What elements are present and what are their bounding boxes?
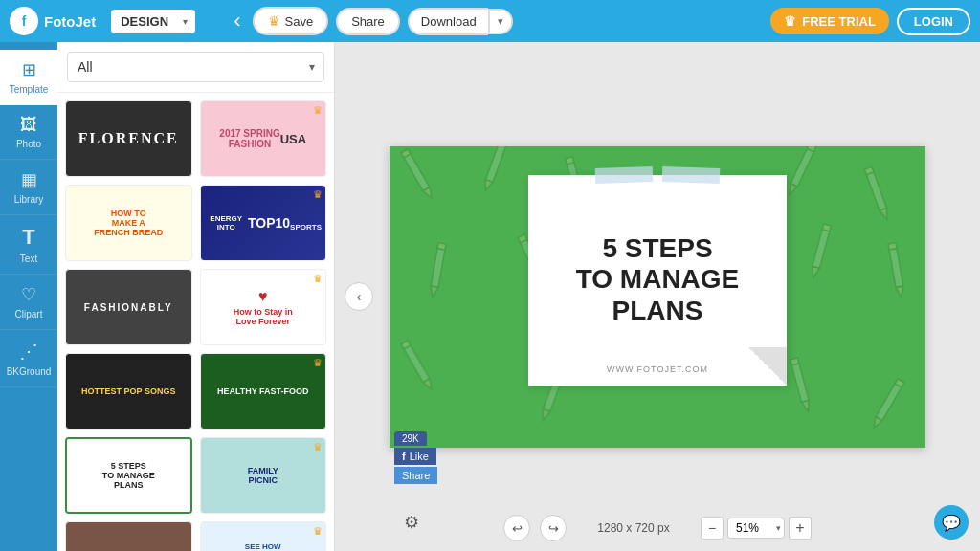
logo-icon: f [10, 7, 38, 35]
download-btn-wrapper: Download ▾ [408, 8, 513, 35]
sidebar-label-clipart: Clipart [15, 309, 43, 320]
template-card[interactable]: ♥ How to Stay inLove Forever ♛ [200, 269, 327, 345]
template-card[interactable]: HEALTHY FAST-FOOD ♛ [200, 353, 327, 430]
svg-rect-8 [566, 156, 574, 164]
template-card[interactable]: ENERGY INTOTOP10SPORTS ♛ [200, 185, 327, 261]
free-trial-button[interactable]: ♛ FREE TRIAL [770, 8, 889, 34]
template-card[interactable]: FASHIONABLY [65, 269, 192, 345]
template-card[interactable]: 2017 SPRINGFASHIONUSA ♛ [200, 100, 327, 177]
photo-icon: 🖼 [20, 115, 37, 135]
sidebar-item-library[interactable]: ▦ Library [0, 160, 57, 215]
sidebar-label-library: Library [14, 194, 44, 205]
template-icon: ⊞ [22, 59, 36, 80]
bottom-toolbar: ↩ ↪ 1280 x 720 px − 51% 25% 50% 75% 100%… [503, 515, 812, 541]
template-card[interactable]: FLORENCE [65, 100, 192, 177]
sidebar-item-template[interactable]: ⊞ Template [0, 50, 57, 105]
chat-icon[interactable]: 💬 [934, 505, 969, 540]
svg-marker-34 [802, 400, 813, 412]
share-button[interactable]: Share [336, 8, 400, 35]
crown-badge-icon: ♛ [313, 441, 323, 453]
svg-marker-16 [429, 286, 438, 298]
svg-rect-26 [888, 242, 897, 249]
filter-bar: All Blog Header YouTube Thumbnail Social… [57, 42, 334, 93]
svg-rect-36 [876, 382, 902, 420]
svg-marker-25 [896, 286, 905, 298]
text-icon: T [22, 225, 34, 250]
filter-select[interactable]: All Blog Header YouTube Thumbnail Social… [67, 52, 324, 82]
canvas-title[interactable]: 5 STEPS TO MANAGE PLANS [557, 224, 759, 336]
clipart-icon: ♡ [21, 284, 36, 305]
svg-marker-31 [540, 408, 550, 421]
crown-badge-icon: ♛ [313, 104, 323, 117]
template-card[interactable]: HOTTEST POP SONGS [65, 353, 192, 430]
crown-icon: ♛ [268, 13, 280, 29]
templates-grid: FLORENCE 2017 SPRINGFASHIONUSA ♛ HOW TOM… [57, 93, 334, 551]
login-button[interactable]: LOGIN [897, 8, 970, 35]
save-button[interactable]: ♛ Save [253, 7, 329, 35]
zoom-plus-button[interactable]: + [789, 517, 812, 540]
social-panel: 29K f Like Share [394, 431, 437, 484]
svg-rect-27 [403, 343, 430, 382]
zoom-select[interactable]: 51% 25% 50% 75% 100% [727, 518, 785, 539]
sidebar-label-template: Template [10, 84, 49, 95]
tape1 [595, 165, 654, 183]
sidebar-label-text: Text [20, 253, 37, 264]
fb-share-button[interactable]: Share [394, 467, 437, 484]
template-card[interactable]: A special and mysterious tripExploring T… [65, 521, 192, 551]
sidebar-item-photo[interactable]: 🖼 Photo [0, 105, 57, 160]
template-card[interactable]: HOW TOMAKE AFRENCH BREAD [65, 185, 192, 261]
svg-rect-12 [866, 170, 887, 210]
canvas-paper: 5 STEPS TO MANAGE PLANS WWW.FOTOJET.COM [528, 175, 787, 386]
canvas-wrapper: 5 STEPS TO MANAGE PLANS WWW.FOTOJET.COM [390, 146, 925, 448]
sidebar-item-clipart[interactable]: ♡ Clipart [0, 275, 57, 330]
tape2 [662, 165, 721, 183]
download-chevron-button[interactable]: ▾ [488, 9, 513, 34]
sidebar-item-text[interactable]: T Text [0, 215, 57, 275]
svg-marker-22 [810, 266, 820, 278]
svg-rect-24 [889, 246, 903, 287]
templates-panel: All Blog Header YouTube Thumbnail Social… [57, 42, 335, 551]
svg-marker-13 [880, 208, 890, 220]
template-card[interactable]: SEE HOWCARDIOAFFECTSHEART ♛ [200, 521, 327, 551]
svg-rect-9 [791, 146, 814, 186]
back-button[interactable]: ‹ [230, 9, 244, 33]
library-icon: ▦ [21, 169, 37, 190]
body: ⊞ Template 🖼 Photo ▦ Library T Text ♡ Cl… [0, 42, 980, 551]
design-dropdown[interactable]: DESIGN [111, 10, 195, 33]
svg-rect-3 [485, 146, 506, 182]
dimensions-text: 1280 x 720 px [576, 521, 691, 535]
zoom-select-wrapper[interactable]: 51% 25% 50% 75% 100% ▾ [727, 518, 785, 539]
canvas[interactable]: 5 STEPS TO MANAGE PLANS WWW.FOTOJET.COM [390, 146, 925, 448]
zoom-minus-button[interactable]: − [701, 517, 724, 540]
svg-rect-17 [437, 242, 446, 249]
fb-count: 29K [394, 431, 427, 446]
zoom-wrapper: − 51% 25% 50% 75% 100% ▾ + [701, 517, 812, 540]
nav-back-button[interactable]: ‹ [345, 282, 373, 311]
app-name: FotoJet [44, 13, 96, 30]
canvas-area: ‹ [335, 42, 980, 551]
logo-area: f FotoJet [10, 7, 96, 35]
template-card[interactable]: FAMILYPICNIC ♛ [200, 437, 327, 514]
sidebar-item-bkground[interactable]: ⋰ BKGround [0, 330, 57, 387]
download-button[interactable]: Download [408, 8, 488, 35]
sidebar-label-photo: Photo [16, 139, 41, 149]
crown-badge-icon: ♛ [313, 273, 323, 285]
svg-rect-33 [791, 361, 810, 402]
filter-select-wrapper[interactable]: All Blog Header YouTube Thumbnail Social… [67, 52, 324, 82]
undo-button[interactable]: ↩ [503, 515, 530, 541]
settings-icon[interactable]: ⚙ [394, 505, 429, 540]
svg-marker-10 [787, 183, 798, 195]
svg-rect-35 [791, 357, 799, 364]
sidebar-icons: ⊞ Template 🖼 Photo ▦ Library T Text ♡ Cl… [0, 42, 57, 551]
bkground-icon: ⋰ [19, 340, 38, 363]
redo-button[interactable]: ↪ [540, 515, 567, 541]
svg-rect-23 [822, 223, 831, 231]
header: f FotoJet DESIGN ▾ ‹ ♛ Save Share Downlo… [0, 0, 980, 42]
fb-like-button[interactable]: f Like [394, 448, 436, 465]
design-dropdown-wrapper[interactable]: DESIGN ▾ [111, 10, 195, 33]
template-card[interactable]: 5 STEPSTO MANAGEPLANS [65, 437, 192, 514]
canvas-url: WWW.FOTOJET.COM [607, 364, 708, 374]
svg-marker-4 [482, 179, 493, 191]
svg-rect-0 [403, 152, 430, 190]
crown-badge-icon: ♛ [313, 525, 323, 538]
